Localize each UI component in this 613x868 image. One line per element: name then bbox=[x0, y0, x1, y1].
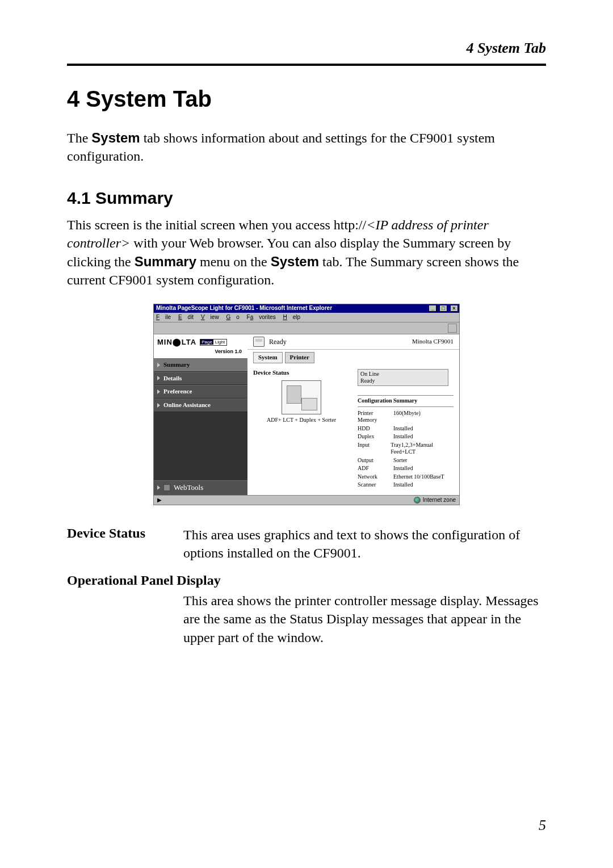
conf-val: Sorter bbox=[393, 457, 407, 464]
header-rule bbox=[67, 64, 546, 66]
operational-panel-display: On Line Ready bbox=[358, 369, 448, 386]
badge-right: Light bbox=[213, 339, 226, 345]
conf-key: Input bbox=[358, 442, 386, 456]
conf-val: Installed bbox=[393, 433, 413, 441]
tab-system[interactable]: System bbox=[253, 352, 283, 363]
device-illustration bbox=[282, 380, 321, 414]
conf-row: HDDInstalled bbox=[358, 425, 454, 433]
menu-file[interactable]: FFileile bbox=[156, 314, 171, 320]
version-text: Version 1.0 bbox=[157, 347, 244, 357]
panel-line-1: On Line bbox=[360, 371, 446, 378]
conf-key: HDD bbox=[358, 425, 389, 433]
sidebar-item-webtools[interactable]: WebTools bbox=[154, 480, 247, 494]
sidebar-item-preference[interactable]: Preference bbox=[154, 385, 247, 399]
window-titlebar: Minolta PageScope Light for CF9001 - Mic… bbox=[154, 304, 459, 313]
chevron-right-icon bbox=[157, 376, 160, 380]
device-status-heading: Device Status bbox=[253, 369, 350, 377]
sidebar-label-details: Details bbox=[163, 375, 182, 383]
section-heading: 4.1 Summary bbox=[67, 188, 546, 208]
sidebar-logo-area: MIN⬤LTA PageLight Version 1.0 bbox=[154, 334, 247, 358]
def-text-device-status: This area uses graphics and text to show… bbox=[183, 526, 546, 563]
sidebar-label-summary: Summary bbox=[163, 361, 190, 369]
chapter-heading: 4 System Tab bbox=[67, 86, 546, 112]
chevron-right-icon bbox=[157, 403, 160, 408]
printer-icon bbox=[253, 337, 264, 347]
chevron-right-icon bbox=[157, 389, 160, 394]
chevron-right-icon bbox=[157, 485, 160, 490]
conf-val: Installed bbox=[393, 425, 413, 433]
def-term-operational-panel: Operational Panel Display bbox=[67, 573, 546, 588]
status-ready: Ready bbox=[269, 338, 287, 346]
conf-val: Installed bbox=[393, 465, 413, 472]
summary-paragraph: This screen is the initial screen when y… bbox=[67, 216, 546, 290]
badge-left: Page bbox=[200, 339, 213, 345]
conf-row: ScannerInstalled bbox=[358, 481, 454, 489]
p2-bold-system: System bbox=[271, 254, 319, 269]
conf-key: Output bbox=[358, 457, 389, 464]
p2-text-1: This screen is the initial screen when y… bbox=[67, 217, 366, 232]
menu-help[interactable]: Help bbox=[283, 314, 300, 320]
definition-device-status: Device Status This area uses graphics an… bbox=[67, 526, 546, 563]
conf-key: Network bbox=[358, 473, 389, 481]
p2-text-3: menu on the bbox=[196, 254, 271, 269]
conf-row: Printer Memory160(Mbyte) bbox=[358, 409, 454, 425]
configuration-summary-heading: Configuration Summary bbox=[358, 395, 454, 407]
ie-logo-icon bbox=[448, 324, 457, 333]
menubar: FFileile Edit View Go Favorites Help bbox=[154, 313, 459, 323]
sidebar-item-online-assistance[interactable]: Online Assistance bbox=[154, 399, 247, 412]
conf-key: ADF bbox=[358, 465, 389, 472]
intro-bold-system: System bbox=[91, 130, 140, 145]
conf-key: Scanner bbox=[358, 481, 389, 489]
conf-key: Duplex bbox=[358, 433, 389, 441]
sidebar-nav: Summary Details Preference Online Assist… bbox=[154, 358, 247, 481]
page-content: MIN⬤LTA PageLight Version 1.0 Summary De… bbox=[154, 334, 459, 494]
chevron-right-icon bbox=[157, 363, 160, 367]
right-column: On Line Ready Configuration Summary Prin… bbox=[358, 369, 454, 489]
close-icon[interactable]: × bbox=[450, 305, 458, 312]
menu-go[interactable]: Go bbox=[226, 314, 239, 320]
conf-row: DuplexInstalled bbox=[358, 433, 454, 441]
sidebar-label-webtools: WebTools bbox=[174, 483, 203, 492]
conf-row: InputTray1,2,3+Manual Feed+LCT bbox=[358, 441, 454, 456]
conf-row: OutputSorter bbox=[358, 456, 454, 465]
minolta-logo: MIN⬤LTA bbox=[157, 338, 196, 347]
def-text-operational-panel: This area shows the printer controller m… bbox=[183, 592, 546, 647]
conf-val: Tray1,2,3+Manual Feed+LCT bbox=[391, 442, 454, 456]
def-term-device-status: Device Status bbox=[67, 526, 183, 563]
tab-printer[interactable]: Printer bbox=[285, 352, 314, 363]
model-name: Minolta CF9001 bbox=[412, 338, 454, 346]
tab-bar: System Printer bbox=[247, 350, 459, 367]
ie-toolbar bbox=[154, 322, 459, 334]
screenshot-figure: Minolta PageScope Light for CF9001 - Mic… bbox=[153, 304, 460, 505]
sidebar-item-details[interactable]: Details bbox=[154, 372, 247, 385]
menu-edit[interactable]: Edit bbox=[178, 314, 194, 320]
intro-text-1: The bbox=[67, 131, 91, 145]
device-caption: ADF+ LCT + Duplex + Sorter bbox=[253, 417, 350, 424]
conf-row: NetworkEthernet 10/100BaseT bbox=[358, 473, 454, 481]
minimize-icon[interactable]: _ bbox=[429, 305, 436, 312]
sidebar-item-summary[interactable]: Summary bbox=[154, 358, 247, 372]
device-status-block: Device Status ADF+ LCT + Duplex + Sorter bbox=[253, 369, 350, 489]
p2-bold-summary: Summary bbox=[135, 254, 196, 269]
menu-view[interactable]: View bbox=[201, 314, 219, 320]
webtools-icon bbox=[163, 484, 170, 491]
status-header: Ready Minolta CF9001 bbox=[247, 334, 459, 350]
maximize-icon[interactable]: □ bbox=[439, 305, 447, 312]
statusbar-zone: Internet zone bbox=[414, 497, 456, 504]
sidebar-label-online-assistance: Online Assistance bbox=[163, 401, 211, 409]
ie-statusbar: ▶ Internet zone bbox=[154, 495, 459, 505]
page-number: 5 bbox=[539, 817, 546, 834]
window-title: Minolta PageScope Light for CF9001 - Mic… bbox=[156, 305, 332, 312]
conf-val: Ethernet 10/100BaseT bbox=[393, 473, 444, 481]
running-header: 4 System Tab bbox=[67, 40, 546, 57]
conf-val: Installed bbox=[393, 481, 413, 489]
sidebar: MIN⬤LTA PageLight Version 1.0 Summary De… bbox=[154, 334, 247, 494]
definition-list: Device Status This area uses graphics an… bbox=[67, 526, 546, 647]
tab-body: Device Status ADF+ LCT + Duplex + Sorter… bbox=[247, 367, 459, 495]
conf-row: ADFInstalled bbox=[358, 464, 454, 473]
pagescope-badge: PageLight bbox=[200, 339, 227, 346]
menu-favorites[interactable]: Favorites bbox=[247, 314, 276, 320]
conf-val: 160(Mbyte) bbox=[393, 410, 421, 424]
zone-text: Internet zone bbox=[423, 497, 456, 504]
main-pane: Ready Minolta CF9001 System Printer Devi… bbox=[247, 334, 459, 494]
